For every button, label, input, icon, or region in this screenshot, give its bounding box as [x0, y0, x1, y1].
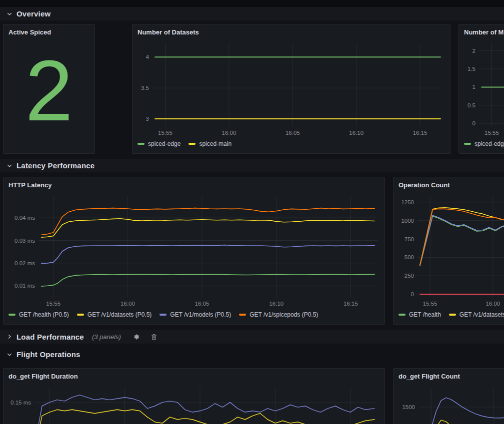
section-header-latency-performance[interactable]: Latency Performance — [0, 159, 504, 172]
legend-item[interactable]: GET /health — [398, 311, 441, 318]
flight-duration-chart[interactable]: 0.15 ms15:5516:0016:0516:1016:15 — [8, 382, 380, 424]
legend-swatch — [239, 314, 246, 316]
legend-label: GET /v1/datasets — [460, 311, 504, 318]
section-title: Overview — [16, 9, 50, 18]
svg-text:0: 0 — [411, 291, 414, 297]
trash-icon[interactable] — [150, 333, 158, 341]
panel-number-of-models: Number of Models 00.511.5215:5516:0016:0… — [458, 24, 504, 154]
chevron-down-icon — [6, 163, 12, 169]
chevron-down-icon — [6, 11, 12, 17]
legend-label: GET /v1/spicepods (P0.5) — [250, 311, 318, 318]
legend-swatch — [398, 314, 406, 316]
top-bar — [0, 0, 504, 7]
legend-label: spiced-edge — [148, 140, 180, 147]
svg-text:0: 0 — [472, 120, 476, 126]
legend-item[interactable]: GET /v1/datasets — [449, 311, 504, 318]
svg-text:16:15: 16:15 — [344, 301, 358, 307]
panel-title[interactable]: Active Spiced — [8, 27, 90, 38]
svg-text:15:55: 15:55 — [423, 301, 438, 307]
chevron-down-icon — [6, 352, 12, 358]
svg-text:16:15: 16:15 — [413, 130, 428, 136]
panel-active-spiced: Active Spiced 2 — [3, 24, 95, 154]
svg-text:16:05: 16:05 — [286, 130, 300, 136]
section-title: Latency Performance — [16, 161, 94, 170]
legend-item[interactable]: spiced-main — [188, 140, 232, 147]
chart-legend: GET /healthGET /v1/datasetsGET /v1/model… — [398, 309, 504, 320]
legend-item[interactable]: GET /v1/datasets (P0.5) — [77, 311, 152, 318]
section-title: Load Performance — [16, 333, 84, 341]
svg-text:4: 4 — [146, 54, 150, 60]
svg-text:0.01 ms: 0.01 ms — [14, 283, 35, 289]
legend-swatch — [449, 314, 456, 316]
legend-item[interactable]: spiced-edge — [464, 140, 504, 147]
legend-swatch — [8, 314, 16, 316]
svg-text:16:00: 16:00 — [222, 130, 236, 136]
legend-swatch — [188, 143, 196, 145]
legend-label: GET /v1/models (P0.5) — [170, 311, 231, 318]
svg-text:1500: 1500 — [402, 404, 415, 410]
panel-title[interactable]: Number of Models — [463, 27, 504, 38]
svg-text:3: 3 — [146, 116, 149, 122]
svg-text:16:00: 16:00 — [120, 301, 135, 307]
svg-text:0.03 ms: 0.03 ms — [14, 238, 35, 244]
panel-count-label: (3 panels) — [92, 333, 121, 341]
gear-icon[interactable] — [132, 333, 140, 341]
legend-label: GET /health — [409, 311, 441, 318]
legend-item[interactable]: spiced-edge — [138, 140, 180, 147]
svg-text:1: 1 — [472, 84, 476, 90]
section-header-flight-operations[interactable]: Flight Operations — [0, 348, 504, 361]
svg-text:0.5: 0.5 — [468, 102, 476, 108]
panel-do-get-flight-count: do_get Flight Count 150015:5516:0016:051… — [393, 368, 504, 424]
section-title: Flight Operations — [16, 350, 80, 359]
panel-operation-count: Operation Count 02505007501000125015:551… — [393, 177, 504, 325]
legend-item[interactable]: GET /health (P0.5) — [8, 311, 69, 318]
section-header-overview[interactable]: Overview — [0, 7, 504, 20]
svg-text:16:00: 16:00 — [486, 301, 500, 307]
svg-text:15:55: 15:55 — [158, 130, 172, 136]
operation-count-chart[interactable]: 02505007501000125015:5516:0016:0516:1016… — [398, 191, 504, 309]
svg-text:2: 2 — [472, 48, 476, 54]
legend-label: GET /health (P0.5) — [19, 311, 69, 318]
svg-text:1250: 1250 — [401, 199, 414, 205]
svg-text:0.04 ms: 0.04 ms — [14, 215, 35, 221]
chart-legend: spiced-edgespiced-main — [136, 138, 446, 149]
panel-http-latency: HTTP Latency 0.01 ms0.02 ms0.03 ms0.04 m… — [3, 177, 385, 325]
models-chart[interactable]: 00.511.5215:5516:0016:0516:1016:15 — [463, 38, 504, 138]
svg-text:250: 250 — [404, 273, 414, 279]
active-spiced-value: 2 — [8, 38, 90, 149]
legend-swatch — [464, 143, 471, 145]
flight-count-chart[interactable]: 150015:5516:0016:0516:1016:15 — [398, 382, 504, 424]
svg-text:3.5: 3.5 — [141, 85, 149, 91]
panel-title[interactable]: do_get Flight Count — [398, 372, 504, 382]
legend-label: spiced-edge — [474, 140, 504, 147]
legend-item[interactable]: GET /v1/models (P0.5) — [160, 311, 231, 318]
legend-swatch — [77, 314, 84, 316]
svg-text:16:05: 16:05 — [195, 301, 210, 307]
http-latency-chart[interactable]: 0.01 ms0.02 ms0.03 ms0.04 ms15:5516:0016… — [8, 191, 380, 309]
chart-legend: GET /health (P0.5)GET /v1/datasets (P0.5… — [8, 309, 380, 320]
svg-text:15:55: 15:55 — [484, 130, 499, 136]
legend-item[interactable]: GET /v1/spicepods (P0.5) — [239, 311, 318, 318]
legend-label: GET /v1/datasets (P0.5) — [88, 311, 152, 318]
panel-title[interactable]: HTTP Latency — [8, 180, 380, 191]
chevron-right-icon — [6, 334, 12, 340]
svg-text:16:10: 16:10 — [269, 301, 284, 307]
dashboard: Overview Active Spiced 2 Number of Datas… — [0, 0, 504, 424]
panel-do-get-flight-duration: do_get Flight Duration 0.15 ms15:5516:00… — [3, 368, 385, 424]
svg-text:750: 750 — [404, 236, 414, 242]
panel-title[interactable]: Operation Count — [398, 180, 504, 191]
svg-text:0.02 ms: 0.02 ms — [14, 260, 35, 266]
svg-text:500: 500 — [404, 254, 414, 260]
panel-title[interactable]: do_get Flight Duration — [8, 372, 380, 382]
svg-text:15:55: 15:55 — [46, 301, 60, 307]
section-header-load-performance[interactable]: Load Performance (3 panels) — [0, 330, 504, 344]
svg-text:0.15 ms: 0.15 ms — [10, 400, 31, 406]
chart-legend: spiced-edge — [463, 138, 504, 149]
panel-number-of-datasets: Number of Datasets 33.5415:5516:0016:051… — [132, 24, 450, 154]
datasets-chart[interactable]: 33.5415:5516:0016:0516:1016:15 — [136, 38, 446, 138]
svg-text:1.5: 1.5 — [468, 66, 476, 72]
legend-swatch — [160, 314, 166, 316]
panel-title[interactable]: Number of Datasets — [136, 27, 446, 38]
legend-swatch — [138, 143, 144, 145]
svg-text:16:10: 16:10 — [349, 130, 364, 136]
